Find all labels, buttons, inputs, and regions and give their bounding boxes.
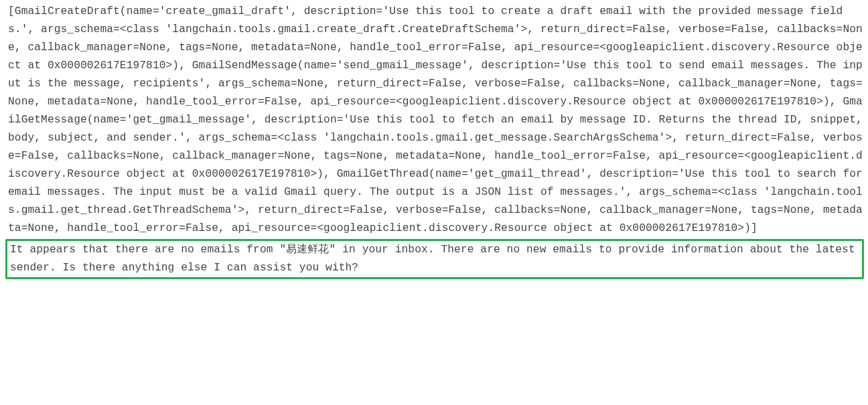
terminal-output-tools: [GmailCreateDraft(name='create_gmail_dra…	[0, 0, 868, 239]
terminal-output-response-highlight: It appears that there are no emails from…	[5, 239, 864, 279]
terminal-output-response: It appears that there are no emails from…	[9, 241, 861, 277]
